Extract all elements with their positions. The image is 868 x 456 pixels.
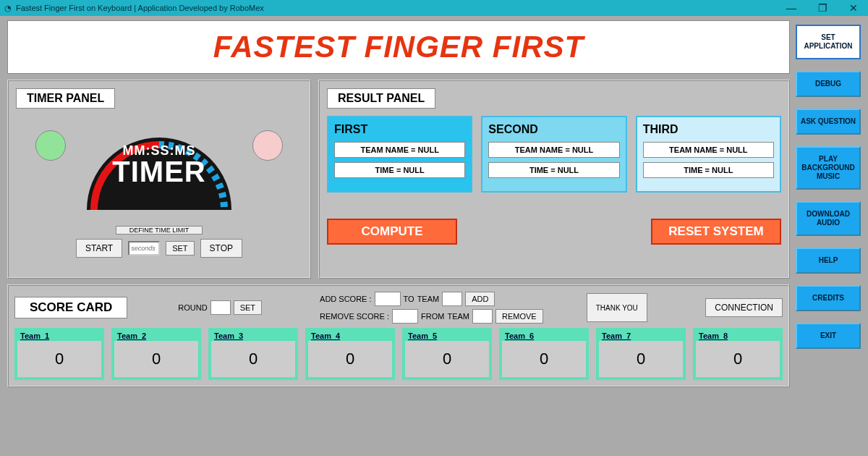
remove-team-input[interactable]	[472, 309, 493, 324]
result-card-title: FIRST	[334, 123, 465, 136]
define-time-label: DEFINE TIME LIMIT	[116, 226, 203, 235]
result-card-title: SECOND	[488, 123, 619, 136]
result-time: TIME = NULL	[643, 162, 774, 178]
app-icon: ◔	[4, 4, 12, 13]
window-title: Fastest Finger First on Keyboard | Appli…	[16, 4, 264, 12]
timer-panel-title: TIMER PANEL	[16, 88, 115, 109]
team-name: Team_2	[114, 331, 198, 341]
sidebar: SET APPLICATION DEBUG ASK QUESTION PLAY …	[796, 20, 861, 387]
team-name: Team_7	[599, 331, 683, 341]
timer-set-button[interactable]: SET	[166, 241, 194, 256]
add-button[interactable]: ADD	[465, 292, 495, 306]
round-label: ROUND	[178, 303, 207, 312]
result-card-third: THIRD TEAM NAME = NULL TIME = NULL	[636, 116, 781, 193]
team-name: Team_4	[308, 331, 392, 341]
result-card-first: FIRST TEAM NAME = NULL TIME = NULL	[327, 116, 472, 193]
timer-panel: TIMER PANEL MM:SS:MS TIMER	[7, 80, 311, 279]
team-card: Team_60	[499, 328, 589, 380]
score-card-panel: SCORE CARD ROUND SET ADD SCORE : TO TEAM	[7, 284, 790, 387]
team-card: Team_80	[693, 328, 783, 380]
round-set-button[interactable]: SET	[234, 300, 262, 315]
score-card-title: SCORE CARD	[14, 297, 127, 318]
team-name: Team_3	[211, 331, 295, 341]
team-card: Team_10	[14, 328, 104, 380]
result-card-second: SECOND TEAM NAME = NULL TIME = NULL	[481, 116, 626, 193]
remove-score-input[interactable]	[392, 309, 418, 324]
credits-button[interactable]: CREDITS	[796, 285, 861, 311]
thank-you-button[interactable]: THANK YOU	[587, 293, 647, 322]
timer-gauge: MM:SS:MS TIMER	[76, 116, 242, 224]
app-banner: FASTEST FINGER FIRST	[7, 20, 790, 74]
led-pink-icon	[252, 130, 283, 161]
team-card: Team_20	[111, 328, 201, 380]
team-score: 0	[599, 341, 683, 377]
ask-question-button[interactable]: ASK QUESTION	[796, 109, 861, 135]
team-name: Team_1	[17, 331, 101, 341]
download-audio-button[interactable]: DOWNLOAD AUDIO	[796, 201, 861, 236]
set-application-button[interactable]: SET APPLICATION	[796, 25, 861, 59]
result-team: TEAM NAME = NULL	[334, 142, 465, 158]
seconds-input[interactable]	[128, 241, 160, 256]
add-score-label: ADD SCORE :	[320, 295, 372, 303]
team-score: 0	[308, 341, 392, 377]
connection-button[interactable]: CONNECTION	[705, 298, 783, 317]
maximize-icon[interactable]: ❐	[818, 2, 827, 14]
result-panel-title: RESULT PANEL	[327, 88, 435, 109]
result-time: TIME = NULL	[488, 162, 619, 178]
help-button[interactable]: HELP	[796, 248, 861, 274]
remove-button[interactable]: REMOVE	[495, 309, 543, 324]
remove-score-label: REMOVE SCORE :	[320, 312, 389, 321]
team-name: Team_8	[696, 331, 780, 341]
timer-label: TIMER	[76, 159, 242, 185]
team-score: 0	[502, 341, 586, 377]
team-card: Team_50	[402, 328, 492, 380]
minimize-icon[interactable]: —	[786, 2, 796, 14]
result-time: TIME = NULL	[334, 162, 465, 178]
team-score: 0	[17, 341, 101, 377]
result-team: TEAM NAME = NULL	[643, 142, 774, 158]
team-name: Team_5	[405, 331, 489, 341]
add-team-input[interactable]	[442, 292, 462, 306]
close-icon[interactable]: ✕	[849, 2, 858, 14]
team-card: Team_30	[208, 328, 298, 380]
team-name: Team_6	[502, 331, 586, 341]
play-music-button[interactable]: PLAY BACKGROUND MUSIC	[796, 146, 861, 190]
result-panel: RESULT PANEL FIRST TEAM NAME = NULL TIME…	[318, 80, 790, 279]
team-card: Team_70	[596, 328, 686, 380]
team-score: 0	[405, 341, 489, 377]
team-score: 0	[211, 341, 295, 377]
team-score: 0	[114, 341, 198, 377]
start-button[interactable]: START	[76, 239, 122, 258]
result-card-title: THIRD	[643, 123, 774, 136]
debug-button[interactable]: DEBUG	[796, 71, 861, 97]
compute-button[interactable]: COMPUTE	[327, 219, 457, 245]
add-score-input[interactable]	[375, 292, 401, 306]
led-green-icon	[35, 130, 66, 161]
result-team: TEAM NAME = NULL	[488, 142, 619, 158]
stop-button[interactable]: STOP	[200, 239, 242, 258]
team-card: Team_40	[305, 328, 395, 380]
reset-system-button[interactable]: RESET SYSTEM	[651, 219, 781, 245]
window-titlebar: ◔ Fastest Finger First on Keyboard | App…	[0, 0, 868, 16]
round-input[interactable]	[210, 300, 231, 315]
exit-button[interactable]: EXIT	[796, 323, 861, 349]
team-score: 0	[696, 341, 780, 377]
